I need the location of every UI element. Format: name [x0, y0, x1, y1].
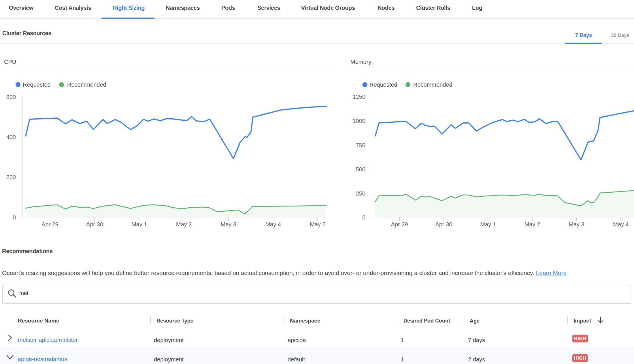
svg-text:Apr 30: Apr 30 — [86, 221, 103, 227]
svg-text:0: 0 — [13, 214, 16, 221]
svg-text:Recommended: Recommended — [67, 81, 106, 88]
svg-text:May 3: May 3 — [569, 221, 584, 227]
svg-text:Apr 30: Apr 30 — [435, 221, 452, 227]
svg-text:500: 500 — [356, 166, 365, 172]
svg-text:Recommended: Recommended — [413, 81, 452, 88]
svg-text:May 1: May 1 — [131, 221, 147, 227]
svg-text:750: 750 — [356, 142, 365, 148]
svg-text:400: 400 — [6, 134, 16, 140]
svg-text:Apr 29: Apr 29 — [391, 221, 408, 227]
svg-text:May 5: May 5 — [310, 221, 325, 227]
svg-text:250: 250 — [356, 190, 365, 197]
svg-text:Apr 29: Apr 29 — [41, 221, 59, 227]
svg-text:600: 600 — [6, 94, 16, 100]
svg-text:Requested: Requested — [23, 81, 51, 88]
svg-text:May 3: May 3 — [221, 221, 236, 227]
svg-text:May 2: May 2 — [524, 221, 540, 227]
svg-text:1000: 1000 — [353, 118, 366, 124]
svg-text:1250: 1250 — [353, 94, 366, 100]
svg-text:Requested: Requested — [369, 81, 397, 88]
svg-text:May 1: May 1 — [480, 221, 496, 227]
svg-text:0: 0 — [362, 214, 365, 221]
svg-text:May 2: May 2 — [176, 221, 192, 227]
svg-text:200: 200 — [6, 174, 16, 180]
svg-text:May 4: May 4 — [265, 221, 281, 227]
svg-text:May 4: May 4 — [613, 221, 629, 227]
